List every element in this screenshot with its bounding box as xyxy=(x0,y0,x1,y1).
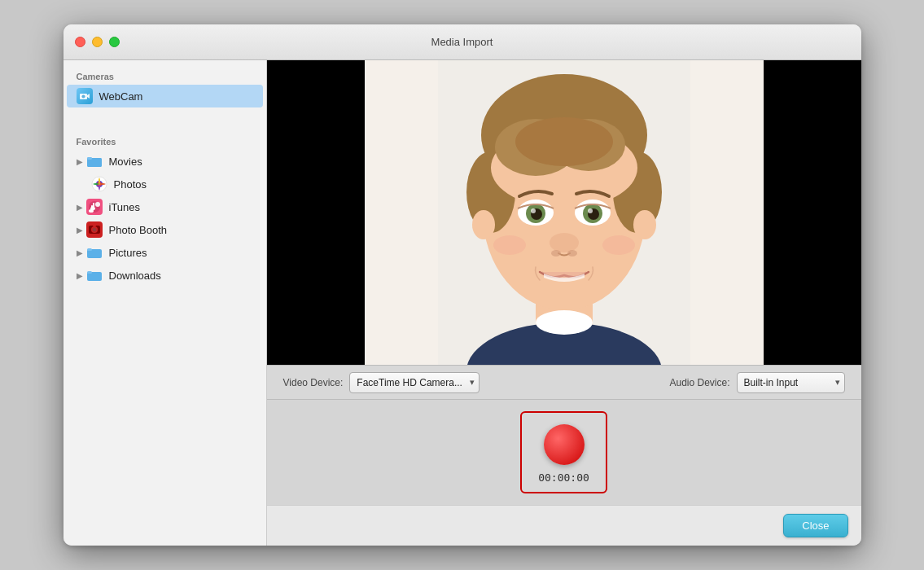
main-content: Cameras WebCam Favorites xyxy=(63,60,861,546)
window-controls xyxy=(75,37,120,47)
video-device-select[interactable]: FaceTime HD Camera... WebCam xyxy=(349,372,480,393)
arrow-movies-icon: ▶ xyxy=(77,157,83,166)
minimize-window-button[interactable] xyxy=(92,37,103,47)
itunes-label: iTunes xyxy=(109,201,141,213)
controls-bar: Video Device: FaceTime HD Camera... WebC… xyxy=(267,365,861,399)
audio-device-label: Audio Device: xyxy=(669,377,729,388)
downloads-label: Downloads xyxy=(109,270,161,282)
record-timer: 00:00:00 xyxy=(538,471,589,484)
photobooth-icon xyxy=(86,221,103,238)
svg-rect-7 xyxy=(87,157,92,160)
svg-point-51 xyxy=(493,235,526,255)
audio-device-select[interactable]: Built-in Input Built-in Microphone xyxy=(737,372,845,393)
face-illustration xyxy=(438,60,690,365)
video-device-label: Video Device: xyxy=(283,377,344,388)
footer: Close xyxy=(267,505,861,546)
pictures-label: Pictures xyxy=(109,247,147,259)
svg-point-2 xyxy=(81,95,85,99)
record-area: 00:00:00 xyxy=(267,399,861,505)
svg-rect-21 xyxy=(93,224,96,226)
svg-point-46 xyxy=(531,208,536,213)
movies-label: Movies xyxy=(109,156,142,168)
sidebar: Cameras WebCam Favorites xyxy=(63,60,267,546)
svg-point-12 xyxy=(95,202,100,207)
svg-point-38 xyxy=(472,210,495,239)
photos-label: Photos xyxy=(114,178,147,191)
folder-downloads-icon xyxy=(86,267,103,283)
svg-point-52 xyxy=(602,235,635,255)
close-window-button[interactable] xyxy=(75,37,85,47)
titlebar: Media Import xyxy=(63,24,861,60)
webcam-icon xyxy=(77,88,93,104)
photos-icon xyxy=(91,176,107,192)
svg-point-50 xyxy=(567,250,577,256)
svg-point-39 xyxy=(633,210,656,239)
sidebar-item-webcam[interactable]: WebCam xyxy=(67,85,263,107)
folder-pictures-icon xyxy=(86,244,103,261)
svg-point-48 xyxy=(550,233,579,252)
record-button[interactable] xyxy=(544,424,585,465)
svg-point-37 xyxy=(515,117,613,166)
sidebar-item-downloads[interactable]: ▶ Downloads xyxy=(67,264,263,287)
webcam-label: WebCam xyxy=(99,90,143,103)
sidebar-item-photobooth[interactable]: ▶ Photo Booth xyxy=(67,218,263,241)
sidebar-item-photos[interactable]: Photos xyxy=(67,173,263,195)
close-button[interactable]: Close xyxy=(783,514,847,537)
svg-point-49 xyxy=(551,250,561,256)
right-panel: Video Device: FaceTime HD Camera... WebC… xyxy=(267,60,861,546)
favorites-section-label: Favorites xyxy=(63,132,266,150)
svg-point-20 xyxy=(92,228,96,232)
itunes-icon xyxy=(86,199,103,215)
arrow-pictures-icon: ▶ xyxy=(77,248,83,257)
arrow-itunes-icon: ▶ xyxy=(77,203,83,212)
record-button-frame: 00:00:00 xyxy=(520,411,607,493)
main-window: Media Import Cameras WebCam xyxy=(63,24,861,546)
video-device-wrapper[interactable]: FaceTime HD Camera... WebCam xyxy=(349,372,480,393)
cameras-section-label: Cameras xyxy=(63,67,266,85)
arrow-photobooth-icon: ▶ xyxy=(77,226,83,235)
svg-point-29 xyxy=(536,310,593,335)
svg-marker-1 xyxy=(87,94,90,99)
folder-movies-icon xyxy=(86,153,103,169)
video-preview xyxy=(267,60,861,365)
camera-feed xyxy=(365,60,764,365)
svg-rect-23 xyxy=(87,248,92,251)
svg-point-16 xyxy=(90,207,95,210)
sidebar-item-pictures[interactable]: ▶ Pictures xyxy=(67,241,263,264)
window-title: Media Import xyxy=(431,36,493,48)
photobooth-label: Photo Booth xyxy=(109,224,168,236)
maximize-window-button[interactable] xyxy=(109,37,120,47)
sidebar-item-movies[interactable]: ▶ Movies xyxy=(67,150,263,173)
sidebar-item-itunes[interactable]: ▶ iTunes xyxy=(67,195,263,218)
arrow-downloads-icon: ▶ xyxy=(77,271,83,280)
svg-point-47 xyxy=(588,208,593,213)
audio-device-wrapper[interactable]: Built-in Input Built-in Microphone xyxy=(737,372,845,393)
svg-rect-25 xyxy=(87,271,92,274)
